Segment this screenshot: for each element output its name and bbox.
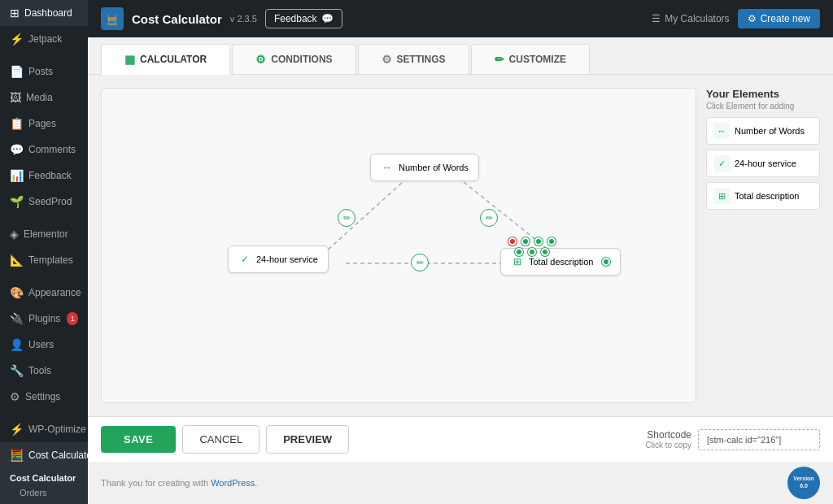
flow-canvas[interactable]: ↔ Number of Words ✏ ✏ ✏ ✓ 24-hour servic… <box>101 88 696 403</box>
plus-icon: ⚙ <box>748 13 757 24</box>
tools-icon: 🔧 <box>10 364 24 377</box>
appearance-icon: 🎨 <box>10 286 24 299</box>
dot-right[interactable] <box>602 258 610 266</box>
total-top-dots <box>508 237 556 245</box>
dot-top-3[interactable] <box>534 237 543 245</box>
costcalculator-icon: 🧮 <box>10 449 24 462</box>
sidebar-item-feedback[interactable]: 📊 Feedback <box>0 163 88 189</box>
sidebar-item-wpoptimize[interactable]: ⚡ WP-Optimize <box>0 416 88 442</box>
sidebar-item-plugins[interactable]: 🔌 Plugins 1 <box>0 306 88 332</box>
flow-connections-svg <box>102 89 696 402</box>
sidebar-item-elementor[interactable]: ◈ Elementor <box>0 221 88 247</box>
flow-node-service[interactable]: ✓ 24-hour service <box>228 245 329 273</box>
sidebar-sub-affiliation[interactable]: Affiliation <box>0 501 88 504</box>
flow-node-words[interactable]: ↔ Number of Words <box>370 154 479 181</box>
preview-button[interactable]: PREVIEW <box>266 425 349 454</box>
create-new-button[interactable]: ⚙ Create new <box>738 9 820 28</box>
dot-bottom-3[interactable] <box>541 248 549 256</box>
customize-tab-icon: ✏ <box>495 53 504 66</box>
tab-calculator[interactable]: ▦ CALCULATOR <box>101 44 230 75</box>
settings-tab-icon: ⚙ <box>382 53 392 66</box>
elements-panel-title: Your Elements <box>706 88 820 100</box>
sidebar-item-seedprod[interactable]: 🌱 SeedProd <box>0 189 88 215</box>
sidebar: ⊞ Dashboard ⚡ Jetpack 📄 Posts 🖼 Media 📋 … <box>0 0 88 504</box>
wordpress-link[interactable]: WordPress. <box>211 478 257 488</box>
total-grid-icon: ⊞ <box>511 255 524 268</box>
connector-pencil-1[interactable]: ✏ <box>338 209 355 227</box>
sidebar-submenu: Cost Calculator Orders Affiliation Accou… <box>0 468 88 504</box>
media-icon: 🖼 <box>10 91 21 104</box>
sidebar-item-settings[interactable]: ⚙ Settings <box>0 384 88 410</box>
dot-top-2[interactable] <box>521 237 530 245</box>
sidebar-item-costcalculator[interactable]: 🧮 Cost Calculator <box>0 442 88 468</box>
posts-icon: 📄 <box>10 65 24 78</box>
shortcode-label: Shortcode Click to copy <box>645 429 691 450</box>
feedback-chat-icon: 💬 <box>321 13 334 24</box>
settings-icon: ⚙ <box>10 390 20 403</box>
plugins-icon: 🔌 <box>10 312 24 325</box>
conditions-tab-icon: ⚙ <box>255 53 266 66</box>
sidebar-item-media[interactable]: 🖼 Media <box>0 85 88 111</box>
svg-text:6.0: 6.0 <box>800 483 808 489</box>
tab-bar: ▦ CALCULATOR ⚙ CONDITIONS ⚙ SETTINGS ✏ C… <box>88 37 833 75</box>
shortcode-value[interactable]: [stm-calc id="216"] <box>698 429 820 450</box>
dot-top-4[interactable] <box>547 237 556 245</box>
seedprod-icon: 🌱 <box>10 195 24 208</box>
sidebar-item-comments[interactable]: 💬 Comments <box>0 137 88 163</box>
content-area: ↔ Number of Words ✏ ✏ ✏ ✓ 24-hour servic… <box>88 75 833 416</box>
element-item-service[interactable]: ✓ 24-hour service <box>706 150 820 177</box>
svg-text:Version: Version <box>793 476 813 481</box>
sidebar-item-templates[interactable]: 📐 Templates <box>0 247 88 273</box>
topbar: 🧮 Cost Calculator v 2.3.5 Feedback 💬 ☰ M… <box>88 0 833 37</box>
plugin-version: v 2.3.5 <box>230 14 257 24</box>
connector-pencil-2[interactable]: ✏ <box>480 209 498 227</box>
tab-customize[interactable]: ✏ CUSTOMIZE <box>471 44 590 74</box>
templates-icon: 📐 <box>10 254 24 267</box>
canvas-row: ↔ Number of Words ✏ ✏ ✏ ✓ 24-hour servic… <box>101 88 820 403</box>
sidebar-item-posts[interactable]: 📄 Posts <box>0 59 88 85</box>
element-item-total[interactable]: ⊞ Total description <box>706 182 820 210</box>
svg-line-2 <box>317 182 403 259</box>
dashboard-icon: ⊞ <box>10 7 20 20</box>
element-words-icon: ↔ <box>713 123 730 139</box>
sidebar-item-appearance[interactable]: 🎨 Appearance <box>0 280 88 306</box>
tab-conditions[interactable]: ⚙ CONDITIONS <box>232 44 355 74</box>
element-item-words[interactable]: ↔ Number of Words <box>706 117 820 145</box>
bottom-actions: SAVE CANCEL PREVIEW <box>101 425 349 454</box>
pages-icon: 📋 <box>10 117 24 130</box>
my-calculators-button[interactable]: ☰ My Calculators <box>652 13 729 24</box>
bottom-bar: SAVE CANCEL PREVIEW Shortcode Click to c… <box>88 416 833 462</box>
version-badge: Version 6.0 <box>787 467 820 499</box>
dot-bottom-2[interactable] <box>528 248 536 256</box>
elementor-icon: ◈ <box>10 228 19 241</box>
service-check-icon: ✓ <box>238 253 251 266</box>
save-button[interactable]: SAVE <box>101 426 176 453</box>
elements-panel: Your Elements Click Element for adding ↔… <box>706 88 820 403</box>
shortcode-section: Shortcode Click to copy [stm-calc id="21… <box>645 429 820 450</box>
plugins-badge: 1 <box>67 312 78 325</box>
plugin-logo: 🧮 <box>101 7 124 30</box>
words-icon: ↔ <box>381 161 394 174</box>
sidebar-item-dashboard[interactable]: ⊞ Dashboard <box>0 0 88 26</box>
dot-bottom-1[interactable] <box>515 248 523 256</box>
main-content: 🧮 Cost Calculator v 2.3.5 Feedback 💬 ☰ M… <box>88 0 833 504</box>
sidebar-item-jetpack[interactable]: ⚡ Jetpack <box>0 26 88 52</box>
footer: Thank you for creating with WordPress. V… <box>88 462 833 504</box>
connector-pencil-3[interactable]: ✏ <box>411 254 429 272</box>
sidebar-item-tools[interactable]: 🔧 Tools <box>0 358 88 384</box>
sidebar-item-pages[interactable]: 📋 Pages <box>0 111 88 137</box>
element-total-icon: ⊞ <box>713 188 730 204</box>
tab-settings[interactable]: ⚙ SETTINGS <box>358 44 469 74</box>
element-service-icon: ✓ <box>713 155 730 172</box>
calculator-tab-icon: ▦ <box>124 53 135 66</box>
feedback-icon: 📊 <box>10 169 24 182</box>
dot-top-red[interactable] <box>508 237 517 245</box>
elements-panel-subtitle: Click Element for adding <box>706 102 820 111</box>
sidebar-sub-orders[interactable]: Orders <box>0 484 88 501</box>
svg-text:🧮: 🧮 <box>107 14 118 25</box>
sidebar-item-users[interactable]: 👤 Users <box>0 332 88 358</box>
cost-calc-submenu-title: Cost Calculator <box>0 468 88 484</box>
cancel-button[interactable]: CANCEL <box>182 425 259 454</box>
feedback-button[interactable]: Feedback 💬 <box>265 9 342 28</box>
flow-diagram: ↔ Number of Words ✏ ✏ ✏ ✓ 24-hour servic… <box>102 89 696 402</box>
